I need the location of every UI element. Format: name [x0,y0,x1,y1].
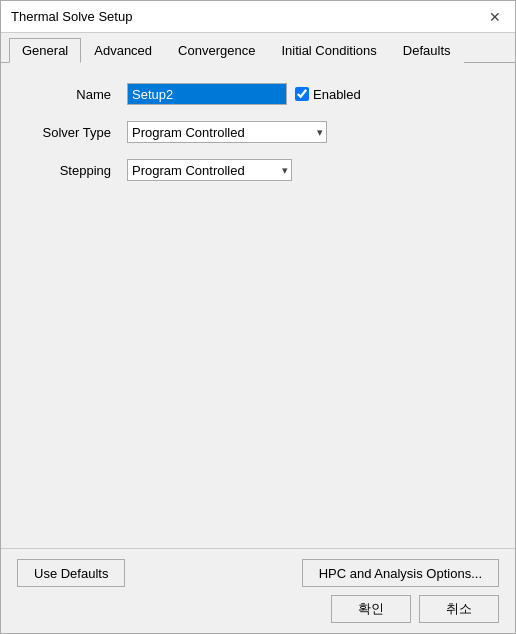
tab-general[interactable]: General [9,38,81,63]
stepping-select[interactable]: Program Controlled [127,159,292,181]
name-row: Name Enabled [21,83,495,105]
tab-defaults[interactable]: Defaults [390,38,464,63]
title-bar: Thermal Solve Setup ✕ [1,1,515,33]
name-label: Name [21,87,111,102]
tab-initial-conditions[interactable]: Initial Conditions [268,38,389,63]
hpc-options-button[interactable]: HPC and Analysis Options... [302,559,499,587]
name-input[interactable] [127,83,287,105]
content-spacer [21,197,495,528]
stepping-row: Stepping Program Controlled [21,159,495,181]
enabled-label-group: Enabled [295,87,361,102]
dialog-title: Thermal Solve Setup [11,9,132,24]
tab-bar: General Advanced Convergence Initial Con… [1,33,515,63]
cancel-button[interactable]: 취소 [419,595,499,623]
footer-row1: Use Defaults HPC and Analysis Options... [17,559,499,587]
footer: Use Defaults HPC and Analysis Options...… [1,548,515,633]
tab-convergence[interactable]: Convergence [165,38,268,63]
solver-type-row: Solver Type Program Controlled [21,121,495,143]
enabled-checkbox[interactable] [295,87,309,101]
dialog: Thermal Solve Setup ✕ General Advanced C… [0,0,516,634]
stepping-label: Stepping [21,163,111,178]
solver-type-select-wrapper: Program Controlled [127,121,327,143]
close-button[interactable]: ✕ [485,7,505,27]
ok-button[interactable]: 확인 [331,595,411,623]
solver-type-select[interactable]: Program Controlled [127,121,327,143]
tab-advanced[interactable]: Advanced [81,38,165,63]
solver-type-label: Solver Type [21,125,111,140]
footer-row2: 확인 취소 [17,595,499,623]
stepping-select-wrapper: Program Controlled [127,159,292,181]
enabled-label: Enabled [313,87,361,102]
use-defaults-button[interactable]: Use Defaults [17,559,125,587]
name-control-group: Enabled [127,83,361,105]
main-content: Name Enabled Solver Type Program Control… [1,63,515,548]
